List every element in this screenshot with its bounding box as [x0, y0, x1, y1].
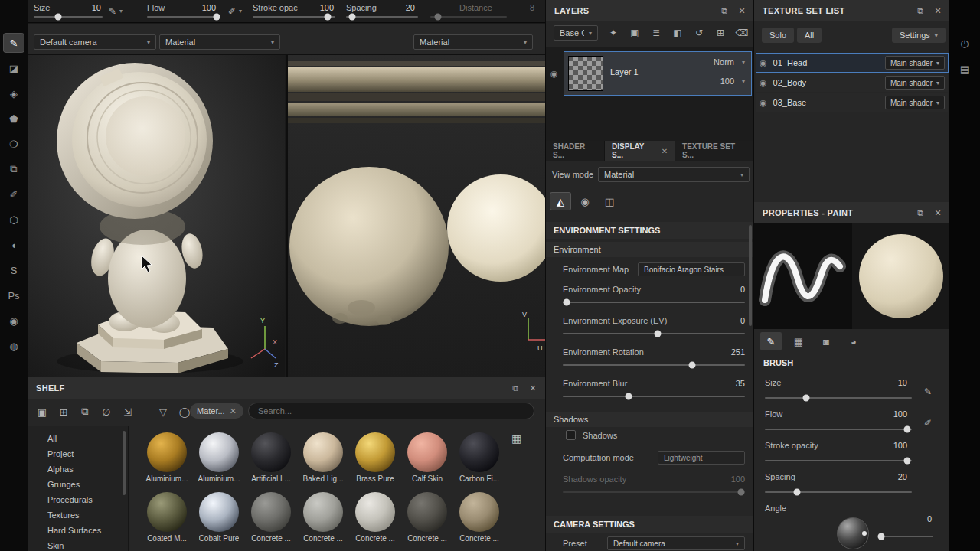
hide-icon[interactable]: ∅	[98, 404, 115, 419]
close-tab-icon[interactable]: ✕	[662, 147, 668, 155]
viewport-2d[interactable]: V U	[286, 55, 545, 377]
history-icon[interactable]: ◷	[955, 34, 975, 52]
material-picker-tool[interactable]: ✐	[4, 185, 24, 204]
view-mode-dropdown[interactable]: Material ▾	[598, 167, 750, 182]
flow-pressure-icon[interactable]: ✐	[924, 418, 932, 429]
eraser-tool[interactable]: ◪	[4, 59, 24, 77]
env-exposure-value[interactable]: 0	[713, 316, 745, 325]
brush-spacing-slider[interactable]	[765, 491, 912, 493]
material-item[interactable]: Concrete ...	[297, 492, 349, 551]
size-pressure-chevron-icon[interactable]: ▾	[119, 8, 122, 15]
alpha-tab-icon[interactable]: ▦	[788, 332, 809, 350]
duplicate-icon[interactable]: ⧉	[77, 404, 93, 419]
flow-pressure-icon[interactable]: ✐	[228, 6, 236, 17]
env-rotation-slider[interactable]	[563, 364, 745, 366]
env-opacity-value[interactable]: 0	[713, 285, 745, 294]
shader-assignment-dropdown[interactable]: Main shader ▾	[885, 96, 945, 109]
geometry-mask-tool[interactable]: ⬡	[4, 210, 24, 229]
plugins-settings-icon[interactable]: ◍	[4, 337, 24, 355]
close-icon[interactable]: ✕	[934, 6, 942, 16]
add-smart-material-icon[interactable]: ↺	[690, 25, 708, 41]
close-icon[interactable]: ✕	[738, 6, 746, 16]
brush-angle-value[interactable]: 0	[900, 514, 932, 523]
shelf-category[interactable]: Project	[28, 446, 128, 461]
material-item[interactable]: Calf Skin	[401, 432, 453, 492]
clone-tool[interactable]: ⧉	[4, 160, 24, 178]
stroke-opacity-slider[interactable]	[253, 16, 335, 18]
brush-stroke-opacity-value[interactable]: 100	[875, 441, 907, 450]
view2d-mode-dropdown[interactable]: Material ▾	[413, 34, 533, 50]
shelf-category[interactable]: Hard Surfaces	[28, 523, 128, 538]
texture-set-row[interactable]: ◉ 01_Head Main shader ▾	[756, 54, 948, 72]
camera-dropdown[interactable]: Default camera ▾	[34, 34, 156, 50]
add-effect-icon[interactable]: ✦	[604, 25, 622, 41]
stencil-tab-icon[interactable]: ◙	[815, 332, 837, 350]
brush-stroke-opacity-slider[interactable]	[765, 460, 912, 461]
texture-set-settings-button[interactable]: Settings ▾	[892, 28, 946, 43]
brush-angle-dial[interactable]	[837, 517, 869, 549]
close-icon[interactable]: ✕	[529, 383, 537, 393]
polygon-fill-tool[interactable]: ⬟	[4, 109, 24, 128]
material-item[interactable]: Baked Lig...	[297, 432, 349, 492]
env-blur-value[interactable]: 35	[713, 379, 745, 388]
smudge-tool[interactable]: ❍	[4, 135, 24, 153]
add-fill-layer-icon[interactable]: ◧	[668, 25, 687, 41]
size-pressure-icon[interactable]: ✎	[109, 6, 116, 17]
brush-tab-icon[interactable]: ✎	[760, 332, 782, 350]
category-scrollbar[interactable]	[122, 431, 126, 495]
view-split-icon[interactable]: ◫	[599, 193, 619, 210]
brush-flow-slider[interactable]	[765, 429, 912, 430]
layer-blend-mode[interactable]: Norm	[714, 57, 734, 67]
shelf-category[interactable]: All	[28, 431, 128, 446]
paint-tool[interactable]: ✎	[4, 34, 24, 52]
shelf-category[interactable]: Grunges	[28, 477, 128, 492]
material-item[interactable]: Concrete ...	[453, 492, 505, 551]
add-mask-icon[interactable]: ▣	[626, 25, 644, 41]
environment-map-button[interactable]: Bonifacio Aragon Stairs	[638, 262, 745, 276]
material-item[interactable]: Brass Pure	[349, 432, 401, 492]
tab-texture-set-settings[interactable]: TEXTURE SET S...	[675, 141, 753, 161]
layer-name[interactable]: Layer 1	[610, 67, 639, 77]
camera-preset-dropdown[interactable]: Default camera ▾	[607, 536, 745, 550]
size-value[interactable]: 10	[70, 3, 101, 12]
material-item[interactable]: Concrete ...	[245, 492, 297, 551]
delete-layer-icon[interactable]: ⌫	[733, 25, 751, 41]
flow-slider[interactable]	[147, 16, 220, 18]
shelf-category[interactable]: Alphas	[28, 461, 128, 477]
material-tab-icon[interactable]: ◕	[843, 332, 864, 350]
texture-set-visibility-icon[interactable]: ◉	[760, 78, 767, 88]
tab-shader-settings[interactable]: SHADER S...	[546, 141, 604, 161]
material-item[interactable]: Coated M...	[141, 492, 193, 551]
close-icon[interactable]: ✕	[934, 208, 942, 218]
shader-assignment-dropdown[interactable]: Main shader ▾	[885, 56, 945, 70]
solo-button[interactable]: Solo	[762, 28, 794, 43]
folder-icon[interactable]: ▣	[34, 404, 51, 419]
projection-tool[interactable]: ◈	[4, 84, 24, 103]
texture-set-row[interactable]: ◉ 03_Base Main shader ▾	[756, 93, 948, 112]
flow-pressure-chevron-icon[interactable]: ▾	[239, 8, 242, 15]
layer-visibility-icon[interactable]: ◉	[550, 69, 558, 79]
env-exposure-slider[interactable]	[563, 333, 745, 334]
notifications-icon[interactable]: ◖	[4, 236, 24, 254]
photoshop-export-icon[interactable]: Ps	[4, 286, 24, 305]
material-item[interactable]: Artificial L...	[245, 432, 297, 492]
add-layer-icon[interactable]: ≣	[647, 25, 665, 41]
layer-row[interactable]: Layer 1 Norm ▾ 100 ▾	[564, 52, 751, 95]
shader-assignment-dropdown[interactable]: Main shader ▾	[885, 76, 945, 90]
spacing-value[interactable]: 20	[384, 3, 415, 12]
texture-set-visibility-icon[interactable]: ◉	[760, 98, 767, 108]
viewport-3d[interactable]: Y X Z	[28, 55, 285, 377]
tab-display-settings[interactable]: DISPLAY S... ✕	[605, 141, 675, 161]
brush-angle-slider[interactable]	[878, 536, 933, 537]
stroke-opacity-value[interactable]: 100	[303, 3, 334, 12]
material-item[interactable]: Carbon Fi...	[453, 432, 505, 492]
env-rotation-value[interactable]: 251	[713, 347, 745, 357]
material-preview[interactable]	[852, 223, 949, 329]
add-folder-icon[interactable]: ⊞	[711, 25, 730, 41]
shelf-category[interactable]: Skin	[28, 538, 128, 551]
all-button[interactable]: All	[797, 28, 822, 43]
shader-view-dropdown[interactable]: Material ▾	[159, 34, 280, 50]
layer-thumbnail[interactable]	[569, 57, 603, 90]
spacing-slider[interactable]	[346, 16, 418, 18]
substance-source-icon[interactable]: S	[4, 261, 24, 279]
